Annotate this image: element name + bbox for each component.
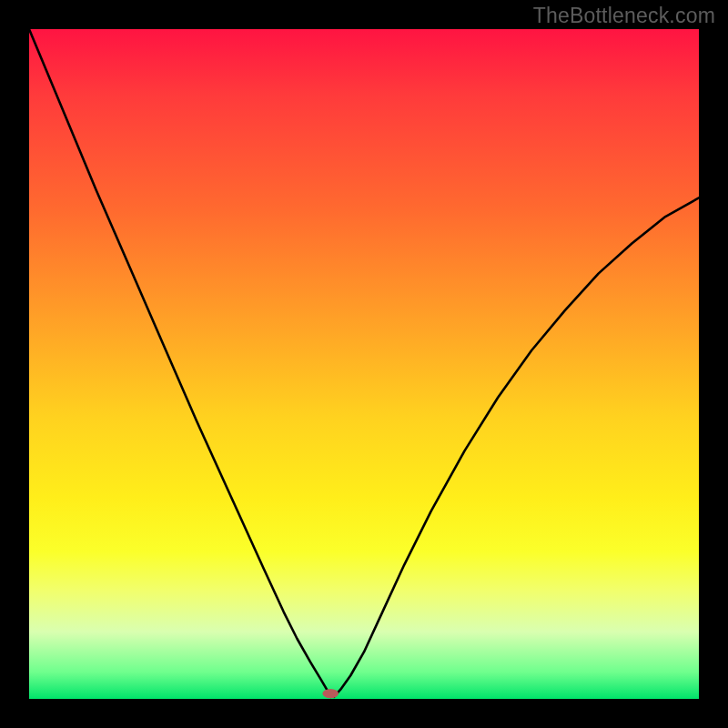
bottleneck-curve-left bbox=[29, 29, 330, 697]
plot-svg bbox=[29, 29, 699, 699]
chart-frame: TheBottleneck.com bbox=[0, 0, 728, 728]
plot-area bbox=[29, 29, 699, 699]
bottleneck-curve-right bbox=[334, 197, 699, 696]
optimal-point-marker bbox=[322, 689, 339, 698]
watermark-text: TheBottleneck.com bbox=[533, 4, 715, 28]
